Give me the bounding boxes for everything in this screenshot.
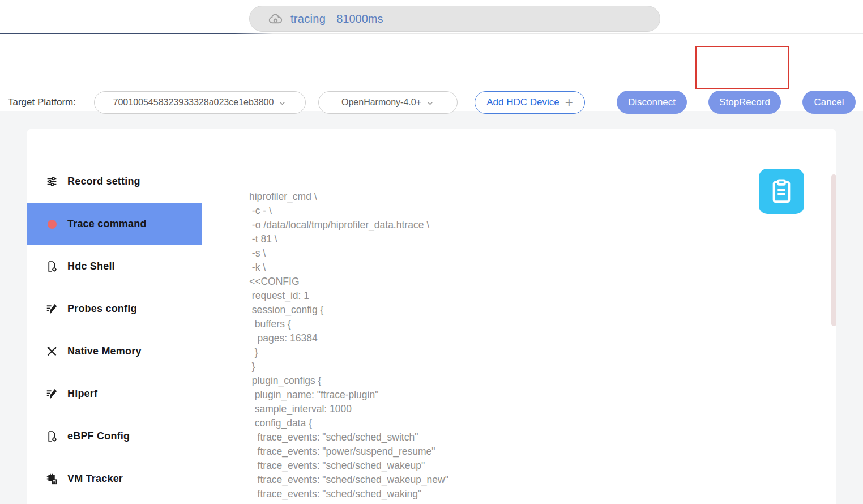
trace-command-text: hiprofiler_cmd \ -c - \ -o /data/local/t… xyxy=(249,190,448,504)
memory-icon xyxy=(46,473,58,485)
device-select-value: 7001005458323933328a023ce1eb3800 xyxy=(113,97,274,108)
sidebar-item-label: VM Tracker xyxy=(67,473,123,485)
sidebar-item-label: Hdc Shell xyxy=(67,260,115,272)
sidebar-item-label: Native Memory xyxy=(67,345,142,357)
sidebar-item-hiperf[interactable]: Hiperf xyxy=(27,373,202,415)
file-gear-icon xyxy=(46,260,58,272)
add-hdc-device-label: Add HDC Device xyxy=(486,97,559,108)
record-dot-icon xyxy=(46,218,58,230)
sidebar-item-label: Hiperf xyxy=(67,388,97,400)
file-gear-icon xyxy=(46,430,58,442)
tools-icon xyxy=(46,345,58,357)
clipboard-icon xyxy=(768,178,794,204)
sidebar-item-ebpf-config[interactable]: eBPF Config xyxy=(27,415,202,458)
sidebar: Record setting Trace command Hdc Shell xyxy=(27,129,202,504)
device-select[interactable]: 7001005458323933328a023ce1eb3800 xyxy=(94,91,306,114)
os-version-value: OpenHarmony-4.0+ xyxy=(341,97,421,108)
sidebar-item-label: Trace command xyxy=(67,218,147,230)
cancel-button[interactable]: Cancel xyxy=(802,91,856,114)
cloud-icon xyxy=(268,11,283,27)
sidebar-item-label: eBPF Config xyxy=(67,430,130,442)
sidebar-item-label: Probes config xyxy=(67,303,137,315)
os-version-select[interactable]: OpenHarmony-4.0+ xyxy=(318,91,458,114)
sliders-icon xyxy=(46,176,58,187)
chevron-down-icon xyxy=(278,99,287,108)
top-bar: tracing 81000ms xyxy=(0,0,863,34)
sidebar-item-vm-tracker[interactable]: VM Tracker xyxy=(27,458,202,500)
add-hdc-device-button[interactable]: Add HDC Device + xyxy=(475,91,585,114)
edit-icon xyxy=(46,303,58,315)
vertical-scrollbar-thumb[interactable] xyxy=(831,174,836,326)
sidebar-item-trace-command[interactable]: Trace command xyxy=(27,203,202,245)
sidebar-item-record-setting[interactable]: Record setting xyxy=(27,160,202,203)
tracing-status-label: tracing xyxy=(290,12,326,25)
copy-clipboard-button[interactable] xyxy=(759,169,804,214)
plus-icon: + xyxy=(565,96,573,109)
disconnect-button[interactable]: Disconnect xyxy=(617,91,687,114)
edit-icon xyxy=(46,388,58,400)
chevron-down-icon xyxy=(426,99,434,108)
target-platform-label: Target Platform: xyxy=(8,97,76,108)
sidebar-item-probes-config[interactable]: Probes config xyxy=(27,288,202,330)
recording-progress-line xyxy=(0,33,273,34)
stop-record-button[interactable]: StopRecord xyxy=(708,91,781,114)
sidebar-item-native-memory[interactable]: Native Memory xyxy=(27,330,202,373)
device-toolbar: Target Platform: 7001005458323933328a023… xyxy=(0,34,863,111)
sidebar-item-hdc-shell[interactable]: Hdc Shell xyxy=(27,245,202,288)
sidebar-item-label: Record setting xyxy=(67,176,140,187)
tracing-status-pill: tracing 81000ms xyxy=(249,6,660,32)
record-config-panel: Record setting Trace command Hdc Shell xyxy=(27,129,836,504)
tracing-duration: 81000ms xyxy=(336,12,383,25)
